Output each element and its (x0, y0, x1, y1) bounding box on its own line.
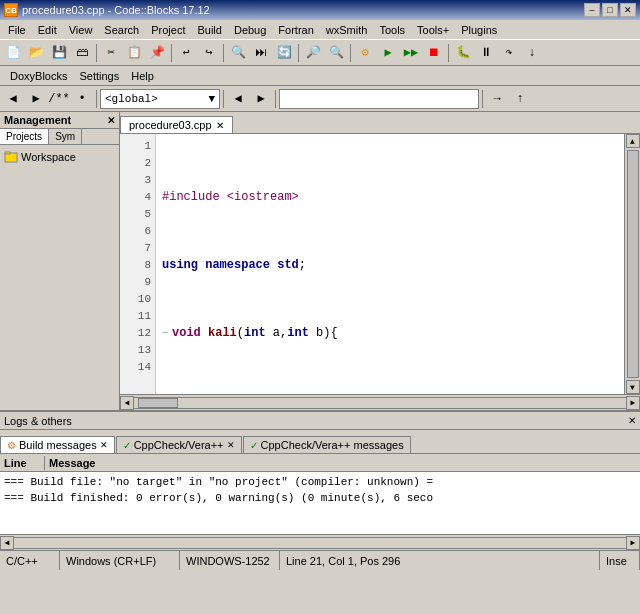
zoomout-button[interactable]: 🔍 (325, 42, 347, 64)
run-button[interactable]: ▶ (377, 42, 399, 64)
global-dropdown[interactable]: <global> ▼ (100, 89, 220, 109)
code-token: int (244, 325, 266, 342)
sidebar-tab-sym[interactable]: Sym (49, 129, 82, 144)
fold-icon[interactable]: − (162, 325, 172, 342)
code-token: ; (299, 257, 306, 274)
code-token: endl (328, 393, 357, 394)
logs-hscroll-left[interactable]: ◀ (0, 536, 14, 550)
next-button[interactable]: ▶ (25, 88, 47, 110)
logs-tab-cppcheck-close[interactable]: ✕ (227, 440, 235, 450)
logs-tab-cppcheck-msg[interactable]: ✓ CppCheck/Vera++ messages (243, 436, 411, 453)
nav-fwd[interactable]: ▶ (250, 88, 272, 110)
vscroll-up[interactable]: ▲ (626, 134, 640, 148)
menu-tools[interactable]: Tools (373, 22, 411, 38)
open-button[interactable]: 📂 (25, 42, 47, 64)
code-token: <<a*b<< (277, 393, 327, 394)
close-button[interactable]: ✕ (620, 3, 636, 17)
find-button[interactable]: 🔍 (227, 42, 249, 64)
svg-rect-1 (5, 152, 10, 154)
step-into[interactable]: ↓ (521, 42, 543, 64)
menu-debug[interactable]: Debug (228, 22, 272, 38)
logs-hscroll[interactable]: ◀ ▶ (0, 534, 640, 550)
paste-button[interactable]: 📌 (146, 42, 168, 64)
logs-close[interactable]: ✕ (628, 415, 636, 426)
code-token: ; (356, 393, 363, 394)
debug-button[interactable]: 🐛 (452, 42, 474, 64)
vscroll-down[interactable]: ▼ (626, 380, 640, 394)
undo-button[interactable]: ↩ (175, 42, 197, 64)
title-bar: CB procedure03.cpp - Code::Blocks 17.12 … (0, 0, 640, 20)
hscroll-thumb[interactable] (138, 398, 178, 408)
status-position: Line 21, Col 1, Pos 296 (280, 551, 600, 570)
menu-toolsplus[interactable]: Tools+ (411, 22, 455, 38)
step-over[interactable]: ↷ (498, 42, 520, 64)
findnext-button[interactable]: ⏭ (250, 42, 272, 64)
code-line-3: −void kali(int a,int b){ (162, 325, 620, 342)
code-token: cout<< (162, 393, 234, 394)
menu-fortran[interactable]: Fortran (272, 22, 319, 38)
hscroll-right[interactable]: ▶ (626, 396, 640, 410)
hscroll-left[interactable]: ◀ (120, 396, 134, 410)
save-button[interactable]: 💾 (48, 42, 70, 64)
search-go[interactable]: → (486, 88, 508, 110)
menu-help[interactable]: Help (125, 68, 160, 84)
menu-doxyblocks[interactable]: DoxyBlocks (4, 68, 73, 84)
search-input[interactable] (279, 89, 479, 109)
code-token: "axb=" (234, 393, 277, 394)
logs-tab-build-label: Build messages (19, 439, 97, 451)
editor-tab-main[interactable]: procedure03.cpp ✕ (120, 116, 233, 133)
logs-hscroll-track[interactable] (14, 537, 626, 549)
menu-view[interactable]: View (63, 22, 99, 38)
code-content[interactable]: #include <iostream> using namespace std;… (156, 134, 640, 394)
redo-button[interactable]: ↪ (198, 42, 220, 64)
logs-tab-cppcheck[interactable]: ✓ CppCheck/Vera++ ✕ (116, 436, 242, 453)
logs-hscroll-right[interactable]: ▶ (626, 536, 640, 550)
logs-tab-cppcheck-label: CppCheck/Vera++ (134, 439, 224, 451)
buildrun-button[interactable]: ▶▶ (400, 42, 422, 64)
code-token: ( (237, 325, 244, 342)
menu-search[interactable]: Search (98, 22, 145, 38)
sep4 (482, 90, 483, 108)
menu-project[interactable]: Project (145, 22, 191, 38)
zoomin-button[interactable]: 🔎 (302, 42, 324, 64)
status-lang-text: C/C++ (6, 555, 38, 567)
maximize-button[interactable]: □ (602, 3, 618, 17)
sidebar-tab-projects[interactable]: Projects (0, 129, 49, 144)
vscroll-thumb[interactable] (627, 150, 639, 378)
search-prev[interactable]: ↑ (509, 88, 531, 110)
cut-button[interactable]: ✂ (100, 42, 122, 64)
debug-stop[interactable]: ⏸ (475, 42, 497, 64)
sidebar-title: Management (4, 114, 71, 126)
copy-button[interactable]: 📋 (123, 42, 145, 64)
code-line-2: using namespace std; (162, 257, 620, 274)
status-lineending-text: Windows (CR+LF) (66, 555, 156, 567)
editor-hscroll[interactable]: ◀ ▶ (120, 394, 640, 410)
new-button[interactable]: 📄 (2, 42, 24, 64)
sidebar-tabs: Projects Sym (0, 129, 119, 145)
replace-button[interactable]: 🔄 (273, 42, 295, 64)
menu-wxsmith[interactable]: wxSmith (320, 22, 374, 38)
minimize-button[interactable]: – (584, 3, 600, 17)
logs-tab-build[interactable]: ⚙ Build messages ✕ (0, 436, 115, 453)
stop-button[interactable]: ⏹ (423, 42, 445, 64)
menu-settings[interactable]: Settings (73, 68, 125, 84)
menu-file[interactable]: File (2, 22, 32, 38)
tab-close-button[interactable]: ✕ (216, 120, 224, 131)
menu-build[interactable]: Build (191, 22, 227, 38)
nav-back[interactable]: ◀ (227, 88, 249, 110)
prev-button[interactable]: ◀ (2, 88, 24, 110)
menu-plugins[interactable]: Plugins (455, 22, 503, 38)
tb-icon1[interactable]: /** (48, 88, 70, 110)
tree-item-workspace[interactable]: Workspace (4, 149, 115, 165)
saveall-button[interactable]: 🗃 (71, 42, 93, 64)
status-position-text: Line 21, Col 1, Pos 296 (286, 555, 400, 567)
sep3 (275, 90, 276, 108)
sidebar-close[interactable]: ✕ (107, 115, 115, 126)
build-button[interactable]: ⚙ (354, 42, 376, 64)
menu-edit[interactable]: Edit (32, 22, 63, 38)
logs-tab-build-close[interactable]: ✕ (100, 440, 108, 450)
tb-icon2[interactable]: • (71, 88, 93, 110)
hscroll-track[interactable] (134, 397, 626, 409)
logs-tab-cppcheck-msg-label: CppCheck/Vera++ messages (261, 439, 404, 451)
editor-vscroll[interactable]: ▲ ▼ (624, 134, 640, 394)
